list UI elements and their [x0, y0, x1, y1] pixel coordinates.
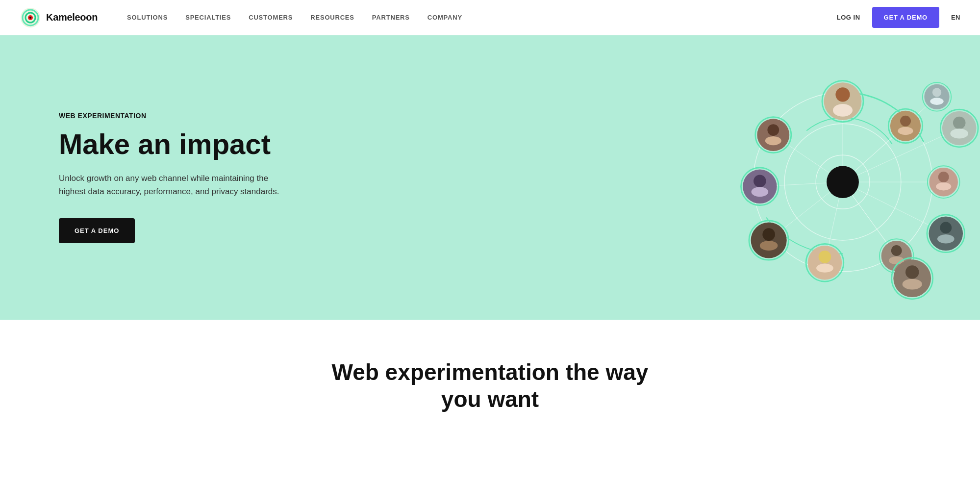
svg-point-50 — [762, 228, 775, 241]
language-selector[interactable]: EN — [951, 14, 960, 21]
svg-point-55 — [816, 264, 833, 273]
svg-point-39 — [751, 187, 768, 197]
hero-section: WEB EXPERIMENTATION Make an impact Unloc… — [0, 35, 980, 320]
svg-point-67 — [903, 279, 922, 290]
nav-right: LOG IN GET A DEMO EN — [837, 7, 960, 28]
svg-point-30 — [900, 116, 911, 127]
svg-point-34 — [932, 88, 941, 97]
svg-point-66 — [905, 265, 919, 279]
nav-link-solutions[interactable]: SOLUTIONS — [127, 14, 168, 21]
svg-point-47 — [950, 128, 968, 138]
nav-link-customers[interactable]: CUSTOMERS — [249, 14, 293, 21]
logo-text: Kameleoon — [46, 12, 98, 23]
hero-content: WEB EXPERIMENTATION Make an impact Unloc… — [59, 112, 284, 243]
hero-get-demo-button[interactable]: GET A DEMO — [59, 218, 135, 243]
hero-eyebrow: WEB EXPERIMENTATION — [59, 112, 284, 120]
svg-point-38 — [754, 175, 766, 188]
hero-title: Make an impact — [59, 128, 284, 160]
svg-point-46 — [953, 117, 966, 129]
nav-links: SOLUTIONSSPECIALTIESCUSTOMERSRESOURCESPA… — [127, 14, 837, 21]
svg-point-23 — [833, 104, 853, 117]
svg-line-18 — [843, 182, 946, 233]
below-hero-title: Web experimentation the way you want — [319, 359, 662, 413]
svg-point-63 — [937, 234, 955, 243]
below-hero-section: Web experimentation the way you want — [0, 320, 980, 432]
svg-point-51 — [760, 241, 778, 251]
logo[interactable]: Kameleoon — [20, 7, 98, 28]
nav-link-specialties[interactable]: SPECIALTIES — [185, 14, 231, 21]
nav-link-partners[interactable]: PARTNERS — [372, 14, 410, 21]
svg-point-43 — [936, 182, 951, 190]
center-dot — [827, 166, 859, 198]
network-diagram — [686, 45, 980, 310]
nav-link-resources[interactable]: RESOURCES — [310, 14, 354, 21]
svg-point-22 — [835, 87, 850, 102]
nav-link-company[interactable]: COMPANY — [427, 14, 462, 21]
svg-point-27 — [765, 136, 781, 145]
hero-subtitle: Unlock growth on any web channel while m… — [59, 172, 284, 198]
svg-point-42 — [938, 172, 949, 182]
svg-point-58 — [891, 245, 902, 256]
svg-point-35 — [930, 98, 943, 105]
navbar: Kameleoon SOLUTIONSSPECIALTIESCUSTOMERSR… — [0, 0, 980, 35]
svg-point-31 — [898, 127, 913, 135]
svg-point-26 — [767, 124, 779, 136]
login-link[interactable]: LOG IN — [837, 14, 860, 21]
nav-get-demo-button[interactable]: GET A DEMO — [872, 7, 939, 28]
svg-point-62 — [940, 222, 952, 234]
svg-point-54 — [819, 251, 831, 263]
logo-icon — [20, 7, 41, 28]
hero-visual — [686, 45, 980, 310]
svg-point-4 — [29, 17, 31, 19]
